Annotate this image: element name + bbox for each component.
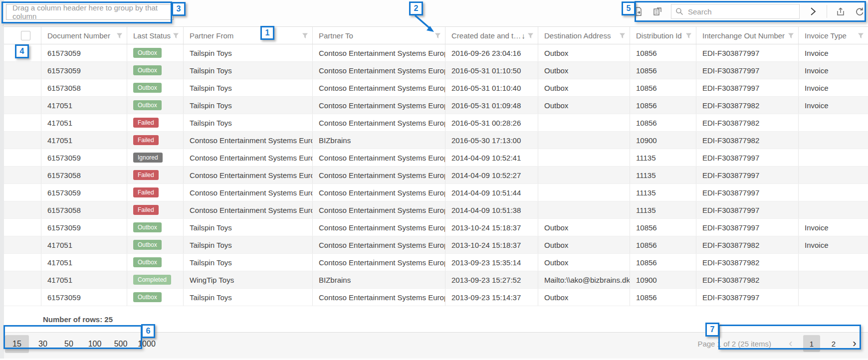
page-button-2[interactable]: 2: [825, 335, 842, 352]
table-row[interactable]: 61573059OutboxTailspin ToysContoso Enter…: [4, 62, 868, 79]
annotation-3: 3: [172, 2, 186, 16]
cell-status: Failed: [127, 184, 184, 201]
cell-dist: 11135: [630, 149, 696, 166]
cell-interchange: EDI-F303877982: [696, 132, 799, 149]
filter-icon[interactable]: [434, 32, 441, 39]
column-header-label: Interchange Out Number: [702, 31, 788, 40]
cell-dest: Outbox: [538, 236, 630, 253]
cell-dist: 10856: [630, 79, 696, 96]
column-header-destination-address[interactable]: Destination Address: [538, 27, 630, 44]
page-size-button-100[interactable]: 100: [83, 335, 107, 353]
cell-from: Contoso Entertainment Systems Europe: [184, 132, 313, 149]
filter-icon[interactable]: [788, 32, 794, 39]
column-header-label: Document Number: [47, 31, 116, 40]
cell-created: 2016-05-31 00:28:26: [445, 114, 538, 131]
table-row[interactable]: 61573059OutboxTailspin ToysContoso Enter…: [4, 44, 868, 62]
previous-page-button[interactable]: ‹: [783, 337, 798, 350]
table-row[interactable]: 417051OutboxTailspin ToysContoso Enterta…: [4, 254, 868, 271]
row-select-cell[interactable]: [4, 254, 41, 271]
table-row[interactable]: 417051OutboxTailspin ToysContoso Enterta…: [4, 97, 868, 114]
page-size-button-30[interactable]: 30: [31, 335, 55, 353]
table-row[interactable]: 61573059OutboxTailspin ToysContoso Enter…: [4, 289, 868, 306]
row-select-cell[interactable]: [4, 271, 41, 288]
column-header-label: Partner From: [190, 31, 302, 40]
table-row[interactable]: 417051FailedTailspin ToysContoso Enterta…: [4, 114, 868, 132]
chevron-right-icon[interactable]: [808, 6, 819, 17]
column-header-last-status[interactable]: Last Status: [127, 27, 184, 44]
cell-dest: [538, 184, 630, 201]
cell-status: Outbox: [127, 236, 184, 253]
cell-dist: 10856: [630, 62, 696, 79]
cell-from: Tailspin Toys: [184, 62, 313, 79]
column-header-document-number[interactable]: Document Number: [41, 27, 127, 44]
refresh-icon[interactable]: [854, 6, 865, 17]
cell-from: Contoso Entertainment Systems Europe: [184, 201, 313, 218]
grid-application: Drag a column header here to group by th…: [0, 0, 868, 360]
grid-toolbar: [633, 3, 865, 20]
row-select-cell[interactable]: [4, 149, 41, 166]
row-select-cell[interactable]: [4, 184, 41, 201]
cell-from: Tailspin Toys: [184, 44, 313, 61]
filter-icon[interactable]: [527, 32, 534, 39]
cell-interchange: EDI-F303877982: [696, 236, 799, 253]
column-header-distribution-id[interactable]: Distribution Id: [630, 27, 696, 44]
table-row[interactable]: 417051CompletedWingTip ToysBIZbrains2013…: [4, 271, 868, 289]
column-header-created-date-and-time[interactable]: Created date and time↓: [445, 27, 538, 44]
cell-created: 2016-05-30 17:13:00: [445, 132, 538, 149]
page-size-button-50[interactable]: 50: [57, 335, 81, 353]
table-row[interactable]: 61573058FailedContoso Entertainment Syst…: [4, 167, 868, 184]
select-all-header-cell[interactable]: [4, 27, 41, 44]
column-header-partner-from[interactable]: Partner From: [184, 27, 313, 44]
table-row[interactable]: 61573058OutboxTailspin ToysContoso Enter…: [4, 79, 868, 97]
cell-doc: 417051: [41, 132, 127, 149]
cell-doc: 61573059: [41, 62, 127, 79]
cell-dest: [538, 149, 630, 166]
column-header-partner-to[interactable]: Partner To: [313, 27, 445, 44]
table-row[interactable]: 61573059OutboxTailspin ToysContoso Enter…: [4, 219, 868, 236]
cell-from: Tailspin Toys: [184, 236, 313, 253]
table-row[interactable]: 417051FailedContoso Entertainment System…: [4, 132, 868, 149]
filter-icon[interactable]: [619, 32, 626, 39]
filter-icon[interactable]: [685, 32, 692, 39]
page-size-button-15[interactable]: 15: [5, 335, 29, 353]
column-header-invoice-type[interactable]: Invoice Type: [799, 27, 868, 44]
cell-doc: 417051: [41, 236, 127, 253]
table-row[interactable]: 61573058FailedContoso Entertainment Syst…: [4, 201, 868, 219]
filter-icon[interactable]: [858, 32, 864, 39]
next-page-button[interactable]: ›: [847, 337, 862, 350]
cell-to: Contoso Entertainment Systems Europe: [313, 236, 445, 253]
page-size-button-500[interactable]: 500: [109, 335, 133, 353]
table-row[interactable]: 61573059FailedContoso Entertainment Syst…: [4, 184, 868, 201]
cell-to: Contoso Entertainment Systems Europe: [313, 254, 445, 271]
column-header-interchange-out-number[interactable]: Interchange Out Number: [696, 27, 799, 44]
table-row[interactable]: 417051OutboxTailspin ToysContoso Enterta…: [4, 236, 868, 254]
data-grid: Document NumberLast StatusPartner FromPa…: [4, 27, 868, 306]
row-select-cell[interactable]: [4, 62, 41, 79]
select-all-checkbox[interactable]: [21, 31, 30, 40]
row-select-cell[interactable]: [4, 236, 41, 253]
filter-icon[interactable]: [173, 32, 179, 39]
status-badge: Ignored: [133, 153, 163, 163]
column-chooser-icon[interactable]: [652, 6, 663, 17]
row-select-cell[interactable]: [4, 289, 41, 306]
cell-dest: [538, 201, 630, 218]
search-input[interactable]: [687, 7, 795, 16]
page-button-1[interactable]: 1: [803, 335, 820, 352]
group-by-drop-area[interactable]: Drag a column header here to group by th…: [6, 4, 174, 20]
filter-icon[interactable]: [116, 32, 123, 39]
filter-icon[interactable]: [302, 32, 308, 39]
cell-dest: Outbox: [538, 97, 630, 114]
row-select-cell[interactable]: [4, 201, 41, 218]
row-select-cell[interactable]: [4, 219, 41, 236]
row-select-cell[interactable]: [4, 79, 41, 96]
cell-from: Tailspin Toys: [184, 79, 313, 96]
row-select-cell[interactable]: [4, 132, 41, 149]
cell-invoice: [799, 114, 868, 131]
row-select-cell[interactable]: [4, 114, 41, 131]
cell-status: Outbox: [127, 97, 184, 114]
row-select-cell[interactable]: [4, 167, 41, 183]
cell-interchange: EDI-F303877997: [696, 149, 799, 166]
row-select-cell[interactable]: [4, 97, 41, 114]
table-row[interactable]: 61573059IgnoredContoso Entertainment Sys…: [4, 149, 868, 167]
export-tray-icon[interactable]: [835, 6, 846, 17]
